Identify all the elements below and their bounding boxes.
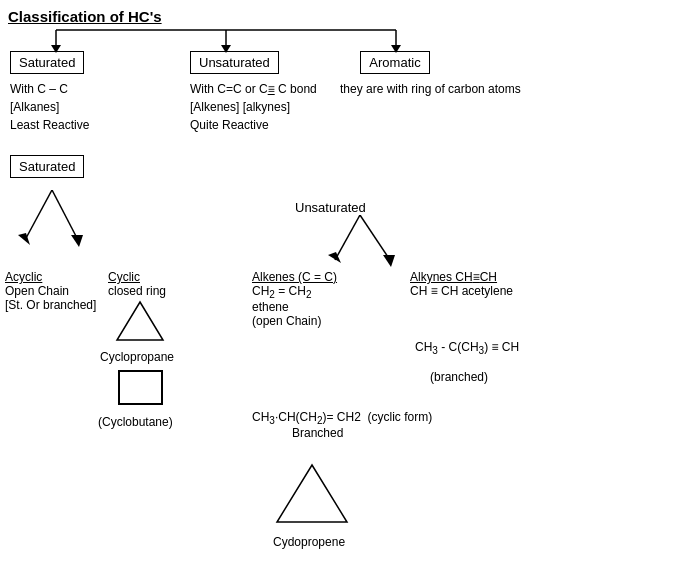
alkenes-label: Alkenes (C = C) CH2 = CH2 ethene (open C…	[252, 270, 337, 328]
saturated-box: Saturated	[10, 51, 84, 74]
saturated-box-2: Saturated	[10, 155, 84, 178]
saturated-description: With C – C [Alkanes] Least Reactive	[10, 80, 89, 134]
svg-marker-11	[117, 302, 163, 340]
unsaturated-box: Unsaturated	[190, 51, 279, 74]
cyclobutane-label: (Cyclobutane)	[98, 415, 173, 429]
cyclic-triangle	[115, 300, 165, 344]
cyclic-label: Cyclic closed ring	[108, 270, 166, 298]
svg-line-7	[25, 190, 52, 240]
svg-line-12	[335, 215, 360, 260]
alkynes-label: Alkynes CH≡CH CH ≡ CH acetylene	[410, 270, 513, 298]
cyclopropane-label: Cyclopropane	[100, 350, 174, 364]
cydopropene-label: Cydopropene	[273, 535, 345, 549]
aromatic-description: they are with ring of carbon atoms	[340, 80, 521, 98]
saturated-arrows-svg	[0, 190, 130, 270]
acyclic-label: Acyclic Open Chain [St. Or branched]	[5, 270, 96, 312]
cyclobutane-shape	[118, 370, 163, 405]
branched2-formula: CH3 - C(CH3) ≡ CH (branched)	[415, 340, 519, 384]
aromatic-box: Aromatic	[360, 51, 430, 74]
cydopropene-triangle	[272, 460, 352, 530]
svg-line-14	[360, 215, 390, 260]
lower-unsaturated-label: Unsaturated	[295, 200, 366, 215]
svg-marker-15	[383, 255, 395, 267]
branched-formula: CH3·CH(CH2)= CH2 (cyclic form) Branched	[252, 410, 432, 440]
unsaturated-description: With C=C or C≡ C bond [Alkenes] [alkynes…	[190, 80, 317, 134]
svg-marker-16	[277, 465, 347, 522]
svg-marker-10	[71, 235, 83, 247]
svg-line-9	[52, 190, 78, 240]
